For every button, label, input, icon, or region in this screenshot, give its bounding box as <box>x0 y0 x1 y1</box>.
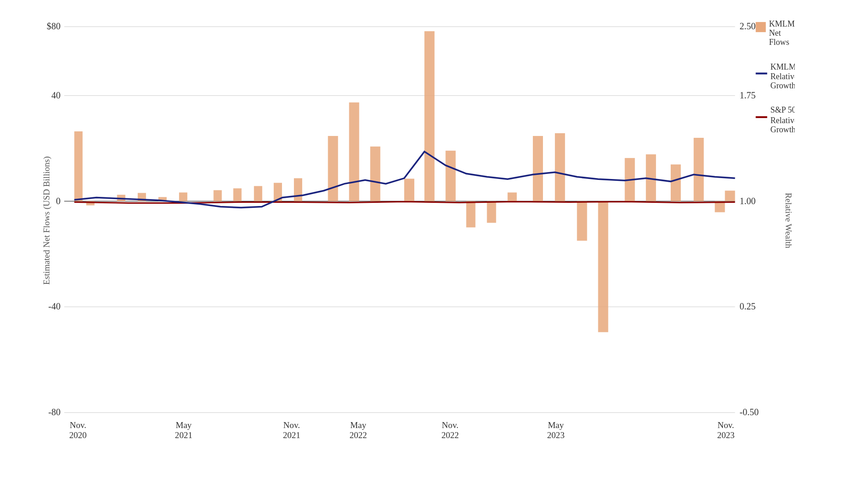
legend-kmlm-flows-label3: Flows <box>769 38 789 47</box>
bar-may2023-2 <box>555 133 565 201</box>
bar5 <box>213 190 222 201</box>
legend-kmlm-growth-label3: Growth <box>770 81 795 90</box>
right-axis-175: 1.75 <box>740 90 756 100</box>
bar9 <box>294 178 302 201</box>
bar-nov2023-2 <box>694 138 704 201</box>
legend-kmlm-flows-label1: KMLM <box>769 19 795 28</box>
legend-kmlm-growth-label1: KMLM <box>770 62 795 71</box>
legend-sp500-label3: Growth <box>770 125 795 134</box>
legend-bar-swatch <box>756 22 766 32</box>
left-axis-n80: -80 <box>48 407 60 417</box>
x-label-nov2023: Nov. <box>717 420 734 430</box>
right-axis-100: 1.00 <box>740 196 756 206</box>
svg-text:2020: 2020 <box>69 430 87 440</box>
bar-2023-neg1 <box>466 201 475 228</box>
legend-kmlm-flows-label2: Net <box>769 28 781 38</box>
right-axis-025: 0.25 <box>740 301 756 311</box>
bar-2023-pos1 <box>508 192 517 201</box>
x-label-nov2021: Nov. <box>283 420 300 430</box>
bar-2023-neg2 <box>487 201 496 223</box>
svg-text:2022: 2022 <box>441 430 459 440</box>
bar-may2022-3 <box>370 146 380 201</box>
x-label-nov2020: Nov. <box>70 420 86 430</box>
chart-container: $80 40 0 -40 -80 2.50 1.75 1.00 0.25 -0.… <box>0 0 868 488</box>
main-chart: $80 40 0 -40 -80 2.50 1.75 1.00 0.25 -0.… <box>37 9 795 441</box>
bar-nov2020-pos <box>74 131 82 201</box>
left-axis-title: Estimated Net Flows (USD Billions) <box>42 156 52 284</box>
bar-may2022-1 <box>328 136 338 201</box>
legend-kmlm-growth-label2: Relative <box>770 72 795 81</box>
bar-nov2023-1 <box>671 164 681 201</box>
x-label-may2023: May <box>548 420 564 430</box>
left-axis-n40: -40 <box>48 301 60 311</box>
left-axis-40: 40 <box>51 90 60 100</box>
x-label-may2021: May <box>176 420 192 430</box>
right-axis-title: Relative Wealth <box>784 193 793 249</box>
svg-text:2023: 2023 <box>547 430 564 440</box>
x-label-may2022: May <box>350 420 366 430</box>
left-axis-0: 0 <box>56 196 60 206</box>
bar-nov2022-pre <box>404 179 414 201</box>
bar-nov2022-main <box>424 31 434 201</box>
bar-may2022-2 <box>349 103 359 201</box>
svg-text:2021: 2021 <box>175 430 192 440</box>
legend-sp500-label2: Relative <box>770 116 795 125</box>
bar-may2023-bigneg <box>598 201 608 332</box>
bar-may2023-neg <box>577 201 587 241</box>
svg-text:2022: 2022 <box>350 430 367 440</box>
left-axis-80: $80 <box>47 21 60 31</box>
bar6 <box>233 188 242 201</box>
svg-text:2023: 2023 <box>717 430 734 440</box>
x-label-nov2022: Nov. <box>442 420 458 430</box>
legend-sp500-label1: S&P 500 <box>770 105 795 114</box>
bar-may2023-1 <box>533 136 543 201</box>
bar-nov2022-post <box>445 151 456 201</box>
bar-nov2023-pos <box>725 190 735 201</box>
svg-text:2021: 2021 <box>283 430 300 440</box>
bar4 <box>179 192 187 201</box>
right-axis-250: 2.50 <box>740 21 756 31</box>
bar7 <box>254 186 262 201</box>
right-axis-n050: -0.50 <box>740 407 759 417</box>
